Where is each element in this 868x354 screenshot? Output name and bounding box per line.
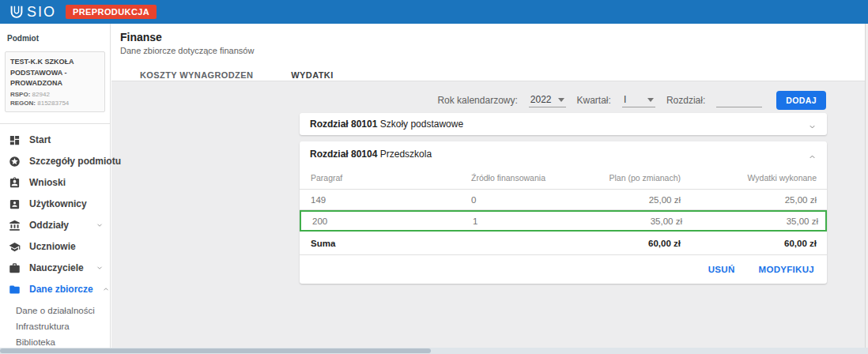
table-header-row: Paragraf Źródło finansowania Plan (po zm… bbox=[300, 167, 827, 190]
col-header-zrodlo: Źródło finansowania bbox=[471, 173, 582, 183]
top-app-bar: SIO PREPRODUKCJA bbox=[0, 0, 868, 24]
sio-logo[interactable]: SIO bbox=[8, 3, 56, 21]
cell-paragraf: 149 bbox=[311, 195, 471, 205]
table-row[interactable]: 149 0 25,00 zł 25,00 zł bbox=[300, 190, 827, 210]
cell-paragraf: 200 bbox=[312, 217, 473, 226]
regon-label: REGON: bbox=[10, 100, 36, 107]
table-summary-row: Suma 60,00 zł 60,00 zł bbox=[300, 232, 827, 255]
sidebar-item-szczegoly-podmiotu[interactable]: Szczegóły podmiotu bbox=[0, 151, 110, 172]
year-select[interactable]: 2022 bbox=[529, 93, 566, 107]
entity-rspo: RSPO: 82942 bbox=[10, 91, 100, 98]
cell-zrodlo: 1 bbox=[473, 217, 583, 226]
panel-title-bold: Rozdział 80104 bbox=[310, 149, 377, 160]
chapter-label: Rozdział: bbox=[666, 95, 705, 106]
rspo-label: RSPO: bbox=[10, 91, 30, 98]
cell-zrodlo: 0 bbox=[471, 195, 582, 205]
bank-icon bbox=[8, 219, 21, 232]
panel-title: Rozdział 80104 Przedszkola bbox=[310, 149, 432, 160]
cell-plan: 25,00 zł bbox=[582, 195, 681, 205]
summary-label: Suma bbox=[311, 239, 471, 248]
assignment-person-icon bbox=[8, 176, 21, 189]
sidebar-item-label: Szczegóły podmiotu bbox=[29, 156, 121, 167]
page-header: Finanse Dane zbiorcze dotyczące finansów… bbox=[111, 24, 868, 81]
sidebar-item-label: Nauczyciele bbox=[29, 262, 84, 273]
sidebar-item-oddzialy[interactable]: Oddziały bbox=[0, 215, 110, 236]
briefcase-icon bbox=[8, 262, 21, 274]
chevron-down-icon bbox=[96, 221, 104, 229]
sidebar-item-label: Wnioski bbox=[29, 177, 66, 188]
logo-text: SIO bbox=[27, 4, 56, 21]
entity-card: TEST-K.K SZKOŁA PODSTAWOWA - PROWADZONA … bbox=[5, 51, 105, 112]
quarter-select[interactable]: I bbox=[622, 93, 655, 107]
subnav-item-label: Biblioteka bbox=[16, 337, 55, 347]
sidebar-item-dane-zbiorcze[interactable]: Dane zbiorcze bbox=[0, 279, 110, 300]
panel-title-bold: Rozdział 80101 bbox=[310, 119, 377, 130]
sidebar-nav: Start Szczegóły podmiotu Wnioski Użytkow… bbox=[0, 130, 110, 300]
content-area: Rok kalendarzowy: 2022 Kwartał: I Rozdzi… bbox=[111, 81, 868, 348]
table-row-selected[interactable]: 200 1 35,00 zł 35,00 zł bbox=[300, 210, 827, 232]
dashboard-icon bbox=[8, 134, 21, 146]
chevron-up-icon[interactable] bbox=[808, 150, 817, 159]
panel-rozdzial-80104: Rozdział 80104 Przedszkola Paragraf Źród… bbox=[300, 141, 827, 284]
horizontal-scrollbar[interactable] bbox=[0, 348, 868, 354]
regon-value: 815283754 bbox=[37, 100, 69, 107]
panel-80101-header[interactable]: Rozdział 80101 Szkoły podstawowe bbox=[300, 113, 827, 135]
delete-button[interactable]: USUŃ bbox=[708, 265, 735, 274]
vertical-scrollbar[interactable] bbox=[865, 24, 868, 348]
chapter-input[interactable] bbox=[716, 93, 762, 107]
sidebar-divider bbox=[0, 123, 110, 124]
chapter-panels: Rozdział 80101 Szkoły podstawowe Rozdzia… bbox=[300, 113, 827, 284]
sidebar-item-label: Start bbox=[29, 134, 51, 145]
panel-80104-header[interactable]: Rozdział 80104 Przedszkola bbox=[300, 141, 827, 167]
panel-title-rest: Przedszkola bbox=[380, 149, 432, 160]
summary-wydatki: 60,00 zł bbox=[681, 239, 817, 248]
panel-rozdzial-80101: Rozdział 80101 Szkoły podstawowe bbox=[300, 113, 827, 135]
chevron-down-icon[interactable] bbox=[808, 120, 817, 129]
sidebar-item-nauczyciele[interactable]: Nauczyciele bbox=[0, 258, 110, 279]
sidebar-item-start[interactable]: Start bbox=[0, 130, 110, 151]
app-screen: SIO PREPRODUKCJA Podmiot TEST-K.K SZKOŁA… bbox=[0, 0, 868, 354]
sidebar-item-wnioski[interactable]: Wnioski bbox=[0, 172, 110, 194]
entity-name: TEST-K.K SZKOŁA PODSTAWOWA - PROWADZONA bbox=[10, 57, 100, 89]
entity-section-label: Podmiot bbox=[0, 24, 110, 43]
graduation-cap-icon bbox=[8, 240, 21, 253]
chevron-down-icon bbox=[96, 264, 104, 272]
folder-icon bbox=[8, 283, 21, 296]
caret-down-icon bbox=[647, 98, 654, 102]
summary-plan: 60,00 zł bbox=[582, 239, 681, 248]
subnav-item-infrastruktura[interactable]: Infrastruktura bbox=[0, 318, 110, 334]
sidebar-item-label: Dane zbiorcze bbox=[29, 284, 93, 295]
rspo-value: 82942 bbox=[32, 91, 50, 98]
quarter-value: I bbox=[624, 94, 626, 105]
caret-down-icon bbox=[558, 98, 564, 102]
entity-regon: REGON: 815283754 bbox=[10, 100, 100, 107]
sidebar: Podmiot TEST-K.K SZKOŁA PODSTAWOWA - PRO… bbox=[0, 24, 111, 354]
user-card-icon bbox=[8, 198, 21, 210]
quarter-label: Kwartał: bbox=[577, 95, 611, 106]
page-subtitle: Dane zbiorcze dotyczące finansów bbox=[111, 43, 868, 55]
sidebar-item-uczniowie[interactable]: Uczniowie bbox=[0, 236, 110, 258]
sidebar-item-label: Uczniowie bbox=[29, 241, 76, 252]
chevron-up-icon bbox=[102, 285, 110, 293]
cell-wydatki: 35,00 zł bbox=[682, 217, 818, 226]
sidebar-item-uzytkownicy[interactable]: Użytkownicy bbox=[0, 194, 110, 215]
subnav-item-label: Infrastruktura bbox=[16, 322, 70, 331]
panel-title: Rozdział 80101 Szkoły podstawowe bbox=[310, 119, 463, 130]
subnav-item-dane-o-dzialalnosci[interactable]: Dane o działalności bbox=[0, 303, 110, 318]
filter-bar: Rok kalendarzowy: 2022 Kwartał: I Rozdzi… bbox=[111, 81, 868, 111]
cell-plan: 35,00 zł bbox=[583, 217, 682, 226]
subnav-item-label: Dane o działalności bbox=[16, 306, 95, 315]
sidebar-item-label: Oddziały bbox=[29, 220, 69, 231]
cell-wydatki: 25,00 zł bbox=[681, 195, 817, 205]
year-value: 2022 bbox=[530, 94, 552, 105]
star-circle-icon bbox=[8, 155, 21, 168]
modify-button[interactable]: MODYFIKUJ bbox=[759, 265, 814, 274]
sio-logo-icon bbox=[8, 3, 25, 21]
horizontal-scrollbar-handle[interactable] bbox=[0, 348, 431, 353]
year-label: Rok kalendarzowy: bbox=[437, 95, 517, 106]
col-header-plan: Plan (po zmianach) bbox=[582, 173, 681, 183]
sidebar-subnav: Dane o działalności Infrastruktura Bibli… bbox=[0, 303, 110, 354]
page-title: Finanse bbox=[111, 24, 868, 43]
add-button[interactable]: DODAJ bbox=[776, 91, 826, 110]
environment-badge: PREPRODUKCJA bbox=[66, 5, 157, 19]
